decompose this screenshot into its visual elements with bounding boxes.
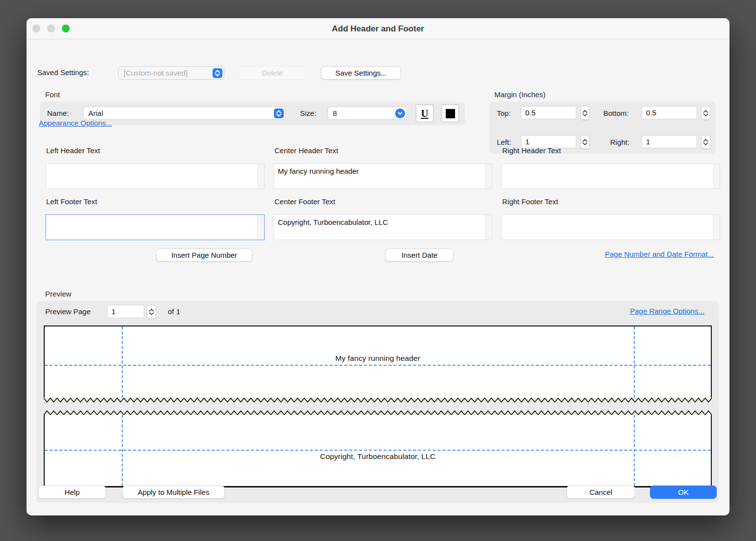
center-footer-label: Center Footer Text [274, 197, 335, 206]
minimize-icon[interactable] [47, 25, 55, 32]
right-header-input[interactable] [502, 164, 713, 189]
top-margin-guide [45, 365, 711, 366]
font-size-combo[interactable]: 8 [327, 107, 407, 120]
scrollbar-track[interactable] [713, 164, 720, 189]
left-header-input[interactable] [46, 164, 257, 189]
margin-bottom-stepper[interactable] [701, 106, 710, 120]
appearance-options-link[interactable]: Appearance Options... [39, 119, 112, 127]
page-top-piece: My fancy running header [44, 325, 712, 402]
page-top-area: My fancy running header [44, 325, 712, 398]
save-settings-button[interactable]: Save Settings... [321, 66, 401, 80]
margin-top-stepper[interactable] [580, 106, 590, 120]
stepper-down-icon [703, 113, 708, 116]
stepper-up-icon [582, 110, 588, 113]
left-footer-field[interactable] [46, 215, 265, 240]
saved-settings-row: Saved Settings: [Custom-not saved] Delet… [36, 66, 720, 80]
center-footer-input[interactable]: Copyright, Turboencabulator, LLC [274, 215, 485, 240]
left-footer-label: Left Footer Text [46, 197, 97, 206]
font-section-label: Font [45, 90, 60, 99]
page-range-options-link[interactable]: Page Range Options... [630, 307, 704, 315]
margin-bottom-input[interactable] [642, 106, 697, 119]
title-bar: Add Header and Footer [27, 18, 729, 39]
center-header-field[interactable]: My fancy running header [273, 163, 492, 189]
page-preview: My fancy running header Copyright, Turbo… [44, 325, 712, 487]
stepper-down-icon [149, 312, 154, 315]
stepper-up-icon [703, 110, 708, 113]
margin-top-input[interactable] [521, 106, 576, 119]
margin-right-stepper[interactable] [701, 135, 710, 149]
chevron-down-icon [395, 108, 405, 118]
font-color-swatch [446, 109, 455, 118]
margin-top-label: Top: [497, 109, 511, 117]
stepper-up-icon [149, 309, 154, 312]
dialog-title: Add Header and Footer [27, 18, 729, 39]
right-header-field[interactable] [501, 163, 720, 189]
preview-footer-text: Copyright, Turboencabulator, LLC [45, 452, 711, 461]
font-size-value: 8 [328, 109, 395, 117]
preview-page-label: Preview Page [45, 307, 91, 316]
left-footer-input[interactable] [46, 215, 257, 240]
stepper-down-icon [703, 142, 708, 145]
right-footer-field[interactable] [501, 215, 720, 240]
close-icon[interactable] [32, 25, 40, 32]
zoom-icon[interactable] [62, 25, 70, 32]
updown-chevrons-icon [274, 108, 284, 118]
right-footer-input[interactable] [502, 215, 713, 240]
preview-page-input[interactable] [107, 305, 144, 318]
scrollbar-track[interactable] [713, 215, 720, 240]
insert-page-number-button[interactable]: Insert Page Number [156, 248, 252, 262]
help-button[interactable]: Help [38, 486, 106, 499]
bottom-margin-guide [45, 450, 711, 451]
page-bottom-area: Copyright, Turboencabulator, LLC [44, 415, 712, 487]
margin-bottom-label: Bottom: [603, 109, 629, 117]
margin-right-input[interactable] [642, 135, 697, 148]
scrollbar-track[interactable] [257, 164, 264, 189]
apply-to-multiple-files-button[interactable]: Apply to Multiple Files [122, 486, 225, 499]
font-size-label: Size: [300, 109, 316, 117]
page-bottom-piece: Copyright, Turboencabulator, LLC [44, 410, 712, 487]
saved-settings-label: Saved Settings: [37, 68, 89, 77]
saved-settings-dropdown[interactable]: [Custom-not saved] [118, 66, 224, 80]
underline-button[interactable]: U [416, 105, 433, 122]
right-footer-label: Right Footer Text [502, 197, 558, 206]
center-header-label: Center Header Text [274, 146, 338, 155]
saved-settings-value: [Custom-not saved] [119, 69, 213, 77]
margin-right-label: Right: [610, 138, 629, 146]
cancel-button[interactable]: Cancel [567, 486, 635, 499]
stepper-up-icon [582, 139, 588, 142]
updown-chevrons-icon [213, 68, 222, 78]
font-color-button[interactable] [441, 105, 459, 122]
font-name-dropdown[interactable]: Arial [83, 107, 286, 120]
margin-left-stepper[interactable] [580, 135, 590, 149]
delete-button[interactable]: Delete [239, 66, 306, 80]
page-number-date-format-link[interactable]: Page Number and Date Format... [605, 250, 714, 258]
preview-of-label: of 1 [168, 307, 180, 316]
preview-page-stepper[interactable] [147, 305, 156, 319]
preview-section-label: Preview [45, 290, 71, 298]
left-header-label: Left Header Text [46, 146, 100, 155]
scrollbar-track[interactable] [485, 164, 492, 189]
margin-left-label: Left: [497, 138, 511, 146]
torn-edge [44, 398, 712, 403]
center-footer-field[interactable]: Copyright, Turboencabulator, LLC [273, 215, 492, 240]
add-header-footer-dialog: Add Header and Footer Saved Settings: [C… [27, 18, 729, 515]
bottom-button-bar: Help Apply to Multiple Files Cancel OK [27, 486, 729, 499]
ok-button[interactable]: OK [650, 486, 717, 499]
center-header-input[interactable]: My fancy running header [274, 164, 485, 189]
scrollbar-track[interactable] [257, 215, 264, 240]
insert-date-button[interactable]: Insert Date [385, 248, 454, 262]
left-header-field[interactable] [46, 163, 265, 189]
margin-section-label: Margin (Inches) [494, 90, 545, 99]
font-name-label: Name: [47, 109, 69, 117]
font-name-value: Arial [83, 109, 274, 117]
preview-header-text: My fancy running header [45, 354, 711, 363]
right-header-label: Right Header Text [502, 146, 561, 155]
stepper-down-icon [582, 142, 588, 145]
stepper-down-icon [582, 113, 588, 116]
scrollbar-track[interactable] [485, 215, 492, 240]
preview-panel: Preview Page of 1 Page Range Options... … [36, 301, 719, 503]
stepper-up-icon [703, 139, 708, 142]
